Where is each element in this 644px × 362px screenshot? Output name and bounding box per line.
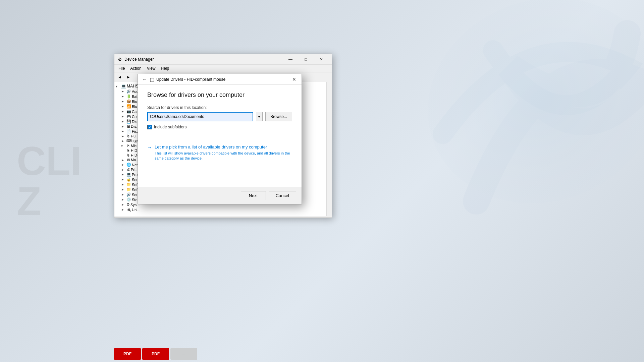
dialog-title: Update Drivers - HID-compliant mouse <box>156 77 289 82</box>
pick-driver-link-row[interactable]: → Let me pick from a list of available d… <box>147 144 292 161</box>
update-drivers-dialog: ← ⬚ Update Drivers - HID-compliant mouse… <box>138 74 302 204</box>
device-manager-icon: ⚙ <box>117 57 122 62</box>
dialog-footer: Next Cancel <box>138 187 302 204</box>
cancel-button[interactable]: Cancel <box>269 191 296 200</box>
back-tool-button[interactable]: ◄ <box>116 73 124 81</box>
taskbar-other-label: ... <box>182 352 185 356</box>
taskbar-item-pdf-1[interactable]: PDF <box>114 348 141 360</box>
include-subfolders-checkbox[interactable]: ✓ <box>147 125 152 129</box>
update-dialog-body: Browse for drivers on your computer Sear… <box>138 85 302 168</box>
checkbox-check-icon: ✓ <box>148 125 151 129</box>
path-row: ▾ Browse... <box>147 112 292 121</box>
minimize-button[interactable]: — <box>283 54 298 65</box>
include-subfolders-label: Include subfolders <box>154 125 186 129</box>
menu-view[interactable]: View <box>144 65 158 71</box>
taskbar: PDF PDF ... <box>0 346 644 362</box>
search-label: Search for drivers in this location: <box>147 105 292 110</box>
device-manager-title: Device Manager <box>124 57 281 62</box>
maximize-button[interactable]: □ <box>298 54 314 65</box>
dialog-back-button[interactable]: ← <box>141 75 149 83</box>
background-swirl <box>409 0 644 228</box>
titlebar-controls: — □ ✕ <box>283 54 329 65</box>
menu-action[interactable]: Action <box>127 65 144 71</box>
forward-tool-button[interactable]: ► <box>124 73 132 81</box>
close-button[interactable]: ✕ <box>314 54 329 65</box>
dialog-close-button[interactable]: ✕ <box>289 75 299 84</box>
taskbar-item-other[interactable]: ... <box>170 348 197 360</box>
taskbar-pdf-label-1: PDF <box>123 352 131 356</box>
tree-item-universal[interactable]: ► 🔌 Uni... <box>116 207 325 212</box>
menu-file[interactable]: File <box>116 65 127 71</box>
pick-driver-link-desc: This list will show available drivers co… <box>155 151 292 161</box>
dialog-title-icon: ⬚ <box>150 77 154 82</box>
device-manager-menubar: File Action View Help <box>114 65 332 72</box>
link-content: Let me pick from a list of available dri… <box>155 144 292 161</box>
include-subfolders-row: ✓ Include subfolders <box>147 125 292 129</box>
update-dialog-titlebar: ← ⬚ Update Drivers - HID-compliant mouse… <box>138 74 302 85</box>
pick-driver-link-title[interactable]: Let me pick from a list of available dri… <box>155 144 292 149</box>
taskbar-item-pdf-2[interactable]: PDF <box>142 348 169 360</box>
dialog-heading: Browse for drivers on your computer <box>147 92 292 99</box>
watermark: CLI Z <box>17 141 82 221</box>
menu-help[interactable]: Help <box>158 65 172 71</box>
device-manager-titlebar: ⚙ Device Manager — □ ✕ <box>114 54 332 65</box>
toolbar-sep-1 <box>134 74 134 80</box>
path-dropdown-arrow[interactable]: ▾ <box>256 112 263 121</box>
taskbar-pdf-label-2: PDF <box>152 352 160 356</box>
link-arrow-icon: → <box>147 145 152 150</box>
dialog-divider <box>138 139 302 139</box>
device-manager-scrollbar[interactable] <box>326 82 332 216</box>
browse-button[interactable]: Browse... <box>265 112 292 121</box>
next-button[interactable]: Next <box>241 191 266 200</box>
path-input[interactable] <box>147 112 253 121</box>
